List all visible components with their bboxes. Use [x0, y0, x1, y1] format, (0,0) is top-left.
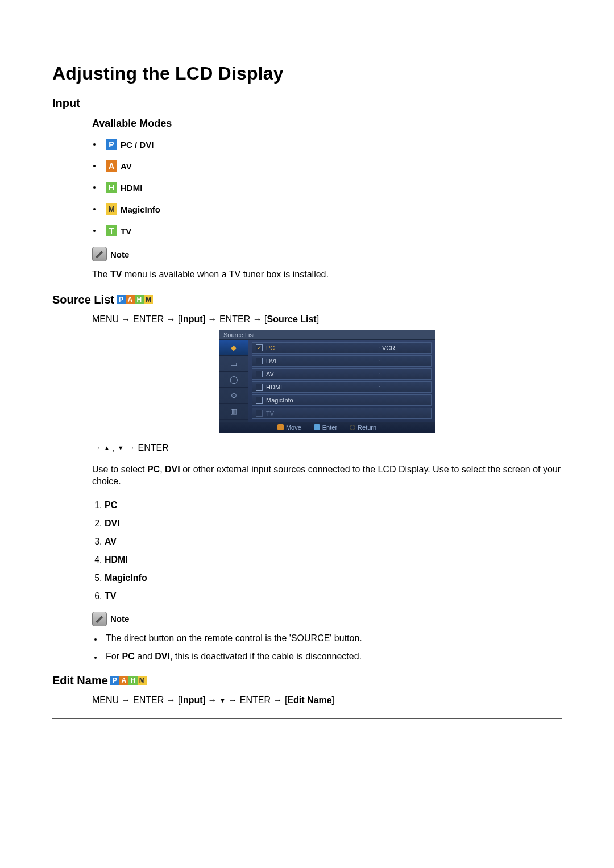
desc-pc: PC — [147, 464, 160, 474]
section-edit-name-heading: Edit Name P A H M — [52, 674, 562, 687]
bullet-dot-icon — [93, 143, 96, 146]
note-icon — [92, 612, 107, 626]
osd-footer-move-label: Move — [286, 424, 301, 431]
down-triangle-icon: ▼ — [219, 697, 226, 704]
osd-row-name: MagicInfo — [266, 397, 376, 404]
up-triangle-icon: ▲ — [103, 445, 110, 451]
m-icon: M — [144, 295, 153, 304]
h-icon: H — [135, 295, 144, 304]
source-item: MagicInfo — [105, 573, 562, 583]
osd-row-name: PC — [266, 344, 376, 351]
osd-title: Source List — [219, 330, 435, 340]
path-post: ] — [317, 314, 319, 324]
path-input: Input — [181, 314, 203, 324]
b2-post: , this is deactivated if the cable is di… — [170, 651, 362, 661]
section-source-list-heading: Source List P A H M — [52, 293, 562, 306]
source-list-description: Use to select PC, DVI or other external … — [92, 463, 562, 488]
note-text-post: menu is available when a TV tuner box is… — [122, 269, 328, 279]
mode-item: H HDMI — [92, 182, 562, 193]
osd-side-icon-5: ▥ — [219, 404, 248, 420]
desc-mid: , — [160, 464, 165, 474]
en-path-mid1: ] → — [203, 695, 219, 705]
path-pre: MENU → ENTER → [ — [92, 314, 181, 324]
osd-footer-enter: Enter — [314, 424, 337, 431]
osd-checkbox-icon — [256, 344, 263, 351]
osd-footer: Move Enter Return — [219, 422, 435, 433]
osd-row: MagicInfo — [252, 394, 432, 406]
note-text-pre: The — [92, 269, 110, 279]
source-list-icon-strip: P A H M — [117, 295, 153, 304]
b2-dvi: DVI — [155, 651, 170, 661]
source-item: HDMI — [105, 555, 562, 565]
osd-checkbox-icon — [256, 371, 263, 377]
sources-ordered-list: PCDVIAVHDMIMagicInfoTV — [105, 500, 562, 601]
mode-label: TV — [121, 226, 131, 236]
desc-dvi: DVI — [165, 464, 180, 474]
p-icon: P — [106, 139, 117, 150]
h-icon: H — [106, 182, 117, 193]
bullet-dot-icon — [93, 186, 96, 189]
arrow-post: → ENTER — [124, 443, 169, 452]
en-path-input: Input — [181, 695, 203, 705]
arrow-pre: → — [92, 443, 103, 452]
m-icon: M — [106, 203, 117, 215]
source-item: AV — [105, 537, 562, 547]
osd-side-icon-2: ▭ — [219, 356, 248, 372]
source-item: TV — [105, 591, 562, 601]
edit-name-menu-path: MENU → ENTER → [Input] → ▼ → ENTER → [Ed… — [92, 695, 562, 705]
bullet-2-text: For PC and DVI, this is deactivated if t… — [106, 651, 362, 662]
bullet-dot-icon — [94, 657, 97, 659]
bullet-dot-icon — [94, 638, 97, 641]
osd-footer-return: Return — [350, 424, 376, 431]
return-icon — [350, 425, 355, 430]
bottom-divider — [52, 718, 562, 719]
osd-checkbox-icon — [256, 358, 263, 364]
bullet-dot-icon — [93, 165, 96, 167]
osd-row: PC:VCR — [252, 342, 432, 354]
osd-row: AV:- - - - — [252, 368, 432, 380]
osd-rows: PC:VCR DVI:- - - - AV:- - - - HDMI:- - -… — [248, 340, 435, 422]
note-label: Note — [110, 250, 129, 259]
available-modes-list: P PC / DVI A AV H HDMI M MagicInfo T TV — [92, 139, 562, 236]
edit-name-icon-strip: P A H M — [110, 676, 147, 685]
note-row-2: Note — [92, 612, 562, 626]
note-row: Note — [92, 247, 562, 261]
arrow-navigation-line: → ▲ , ▼ → ENTER — [92, 443, 562, 453]
a-icon: A — [119, 676, 128, 685]
m-icon: M — [138, 676, 147, 685]
move-icon — [277, 424, 284, 430]
note-icon — [92, 247, 107, 261]
b2-pre: For — [106, 651, 122, 661]
mode-label: PC / DVI — [121, 140, 154, 149]
p-icon: P — [110, 676, 119, 685]
p-icon: P — [117, 295, 126, 304]
en-path-pre: MENU → ENTER → [ — [92, 695, 181, 705]
osd-row-name: AV — [266, 371, 376, 377]
top-divider — [52, 40, 562, 40]
osd-row-name: TV — [266, 410, 376, 417]
bullet-2: For PC and DVI, this is deactivated if t… — [92, 651, 562, 662]
en-path-mid2: → ENTER → [ — [226, 695, 287, 705]
osd-footer-enter-label: Enter — [322, 424, 337, 431]
osd-row-name: DVI — [266, 358, 376, 364]
osd-checkbox-icon — [256, 384, 263, 391]
path-sourcelist: Source List — [267, 314, 317, 324]
mode-item: P PC / DVI — [92, 139, 562, 150]
osd-footer-return-label: Return — [358, 424, 376, 431]
bullet-1-text: The direct button on the remote control … — [106, 633, 362, 643]
b2-mid: and — [135, 651, 155, 661]
source-item: PC — [105, 500, 562, 510]
osd-row-name: HDMI — [266, 384, 376, 391]
mode-label: MagicInfo — [121, 205, 160, 214]
source-item: DVI — [105, 518, 562, 529]
mode-label: HDMI — [121, 183, 142, 193]
osd-side-icon-3: ◯ — [219, 372, 248, 388]
en-path-editname: Edit Name — [287, 695, 331, 705]
available-modes-heading: Available Modes — [92, 118, 562, 130]
path-mid: ] → ENTER → [ — [203, 314, 267, 324]
mode-item: T TV — [92, 225, 562, 236]
osd-footer-move: Move — [277, 424, 301, 431]
mode-item: A AV — [92, 160, 562, 172]
source-list-bullets: The direct button on the remote control … — [92, 633, 562, 662]
source-list-heading-text: Source List — [52, 293, 114, 306]
